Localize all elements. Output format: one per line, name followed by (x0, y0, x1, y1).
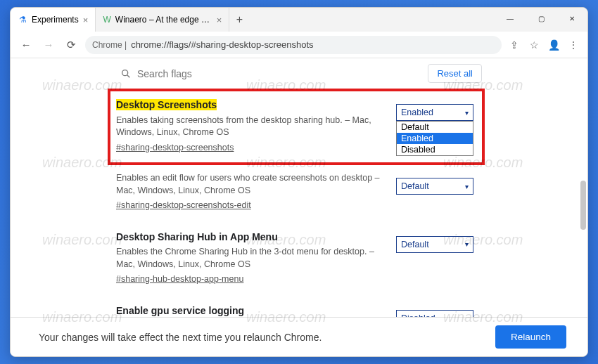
flag-desktop-screenshots: Desktop Screenshots Enables taking scree… (112, 90, 482, 164)
svg-point-0 (122, 70, 128, 75)
dropdown-option[interactable]: Disabled (397, 144, 473, 155)
flag-sharing-hub-app-menu: Desktop Sharing Hub in App Menu Enables … (112, 222, 482, 296)
select-value: Default (401, 181, 429, 191)
new-tab-button[interactable]: + (229, 8, 249, 32)
flag-description: Enables an edit flow for users who creat… (116, 172, 382, 197)
back-button[interactable]: ← (18, 37, 34, 53)
flag-anchor-link[interactable]: #sharing-desktop-screenshots-edit (116, 200, 251, 212)
flag-state-select[interactable]: Enabled ▾ (396, 104, 473, 121)
toolbar: ← → ⟳ Chrome | chrome://flags/#sharing-d… (11, 32, 587, 58)
omnibox-url: chrome://flags/#sharing-desktop-screensh… (131, 39, 313, 50)
flag-desktop-screenshots-edit: Desktop Screenshots Edit Mode Enables an… (112, 164, 482, 222)
flags-page: Search flags Reset all Desktop Screensho… (11, 58, 587, 317)
titlebar: ⚗ Experiments × W Winaero – At the edge … (11, 8, 587, 32)
window-close-button[interactable]: ✕ (556, 8, 587, 29)
relaunch-button[interactable]: Relaunch (495, 325, 566, 349)
chevron-down-icon: ▾ (465, 183, 469, 190)
tab-experiments[interactable]: ⚗ Experiments × (11, 8, 96, 32)
close-icon[interactable]: × (83, 15, 89, 25)
flag-state-dropdown: Default Enabled Disabled (396, 121, 473, 156)
flag-anchor-link[interactable]: #sharing-hub-desktop-app-menu (116, 273, 243, 286)
relaunch-message: Your changes will take effect the next t… (39, 332, 322, 343)
tab-winaero[interactable]: W Winaero – At the edge of tweak × (96, 8, 229, 32)
relaunch-bar: Your changes will take effect the next t… (11, 317, 587, 356)
search-placeholder: Search flags (137, 68, 192, 79)
minimize-button[interactable]: — (495, 8, 526, 29)
flag-gpu-service-logging: Enable gpu service logging Enable printi… (112, 296, 482, 317)
profile-icon[interactable]: 👤 (547, 38, 561, 52)
maximize-button[interactable]: ▢ (526, 8, 556, 29)
select-value: Default (401, 240, 429, 249)
chevron-down-icon: ▾ (465, 314, 469, 317)
omnibox[interactable]: Chrome | chrome://flags/#sharing-desktop… (85, 36, 502, 54)
search-icon (120, 68, 132, 79)
share-icon[interactable]: ⇪ (507, 38, 521, 52)
site-icon: W (103, 15, 111, 25)
flag-state-select[interactable]: Default ▾ (396, 236, 473, 253)
menu-icon[interactable]: ⋮ (566, 38, 580, 52)
chrome-window: ⚗ Experiments × W Winaero – At the edge … (10, 7, 588, 357)
forward-button[interactable]: → (40, 37, 57, 53)
dropdown-option[interactable]: Default (397, 122, 473, 133)
chevron-down-icon: ▾ (465, 240, 469, 248)
bookmark-icon[interactable]: ☆ (527, 38, 541, 52)
scrollbar-thumb[interactable] (580, 181, 586, 230)
flag-description: Enables the Chrome Sharing Hub in the 3-… (116, 246, 382, 271)
flag-state-select[interactable]: Disabled ▾ (396, 310, 473, 317)
search-flags-input[interactable]: Search flags (116, 65, 421, 82)
flag-state-select[interactable]: Default ▾ (396, 178, 473, 195)
close-icon[interactable]: × (217, 15, 222, 25)
tab-label: Experiments (32, 15, 79, 25)
tab-strip: ⚗ Experiments × W Winaero – At the edge … (11, 8, 249, 32)
reset-all-button[interactable]: Reset all (428, 64, 482, 83)
flag-title: Desktop Sharing Hub in App Menu (116, 230, 382, 245)
flag-anchor-link[interactable]: #sharing-desktop-screenshots (116, 142, 234, 155)
reload-button[interactable]: ⟳ (63, 37, 79, 53)
select-value: Enabled (401, 108, 433, 117)
search-row: Search flags Reset all (11, 58, 587, 90)
chevron-down-icon: ▾ (465, 109, 469, 117)
flag-title: Enable gpu service logging (116, 304, 382, 317)
flask-icon: ⚗ (18, 15, 27, 25)
svg-line-1 (127, 75, 129, 77)
flag-title: Desktop Screenshots (116, 98, 382, 112)
site-info-icon[interactable]: Chrome | (92, 40, 127, 50)
flag-list: Desktop Screenshots Enables taking scree… (11, 90, 587, 317)
window-controls: — ▢ ✕ (495, 8, 587, 29)
flag-description: Enables taking screenshots from the desk… (116, 115, 382, 139)
select-value: Disabled (401, 313, 435, 317)
dropdown-option[interactable]: Enabled (397, 133, 473, 144)
tab-label: Winaero – At the edge of tweak (115, 15, 212, 25)
